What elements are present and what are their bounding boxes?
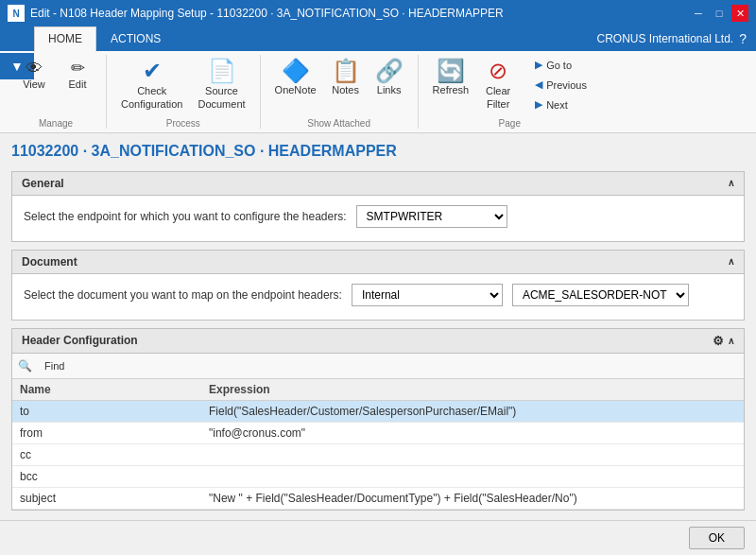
window-title: Edit - N108 Header Mapping Setup - 11032… xyxy=(30,7,504,20)
goto-button[interactable]: ▶ Go to xyxy=(528,55,593,75)
row-expression: "info@cronus.com" xyxy=(201,422,744,443)
ribbon: ▼ HOME ACTIONS CRONUS International Ltd.… xyxy=(0,26,756,133)
find-button[interactable]: Find xyxy=(40,357,69,374)
table-find-icon: 🔍 xyxy=(18,359,32,373)
app-logo: N xyxy=(8,5,25,22)
ribbon-group-attached: 🔷 OneNote 📋 Notes 🔗 Links Show Attached xyxy=(261,55,419,129)
tab-actions[interactable]: ACTIONS xyxy=(96,26,175,51)
goto-icon: ▶ xyxy=(535,59,542,71)
col-expression: Expression xyxy=(201,379,744,401)
next-icon: ▶ xyxy=(535,98,542,111)
row-expression: "New " + Field("SalesHeader/DocumentType… xyxy=(201,487,744,509)
header-config-toolbar: 🔍 Find xyxy=(12,354,744,379)
header-config-table: Name Expression to Field("SalesHeader/Cu… xyxy=(12,379,744,510)
brand-label: CRONUS International Ltd. xyxy=(596,32,733,45)
row-name: subject xyxy=(12,487,201,509)
view-button[interactable]: 👁 View xyxy=(13,55,55,95)
document-name-select[interactable]: ACME_SALESORDER-NOT xyxy=(512,284,689,306)
general-section: General ∧ Select the endpoint for which … xyxy=(11,171,745,242)
onenote-button[interactable]: 🔷 OneNote xyxy=(268,55,323,100)
general-chevron-icon: ∧ xyxy=(728,178,734,188)
notes-icon: 📋 xyxy=(332,60,360,82)
links-button[interactable]: 🔗 Links xyxy=(369,55,410,100)
record-title: 11032200 · 3A_NOTIFICATION_SO · HEADERMA… xyxy=(11,141,745,162)
tab-home[interactable]: HOME xyxy=(34,26,96,52)
previous-icon: ◀ xyxy=(535,78,542,91)
close-button[interactable]: ✕ xyxy=(731,5,748,22)
page-group-label: Page xyxy=(426,116,593,129)
minimize-button[interactable]: ─ xyxy=(690,5,707,22)
endpoint-field-row: Select the endpoint for which you want t… xyxy=(24,205,732,228)
maximize-button[interactable]: □ xyxy=(711,5,728,22)
table-row[interactable]: cc xyxy=(12,443,744,465)
row-name: bcc xyxy=(12,465,201,487)
check-config-icon: ✔ xyxy=(143,60,162,82)
notes-button[interactable]: 📋 Notes xyxy=(325,55,367,100)
row-expression: Field("SalesHeader/Customer/SalespersonP… xyxy=(201,400,744,422)
general-section-header[interactable]: General ∧ xyxy=(12,172,744,196)
clear-filter-icon: ⊘ xyxy=(489,60,507,82)
edit-button[interactable]: ✏ Edit xyxy=(57,55,98,95)
document-chevron-icon: ∧ xyxy=(728,256,734,267)
document-type-select[interactable]: Internal xyxy=(352,284,503,306)
document-section: Document ∧ Select the document you want … xyxy=(11,250,745,321)
header-config-section: Header Configuration ⚙ ∧ 🔍 Find Name Exp… xyxy=(11,328,745,511)
col-name: Name xyxy=(12,379,201,401)
ribbon-group-page: 🔄 Refresh ⊘ ClearFilter ▶ Go to ◀ Previo… xyxy=(419,55,601,129)
document-field-row: Select the document you want to map on t… xyxy=(24,284,732,306)
source-doc-button[interactable]: 📄 SourceDocument xyxy=(191,55,251,116)
clear-filter-button[interactable]: ⊘ ClearFilter xyxy=(477,55,519,116)
source-doc-icon: 📄 xyxy=(208,60,236,82)
row-expression xyxy=(201,443,744,465)
next-button[interactable]: ▶ Next xyxy=(528,95,593,114)
gear-icon[interactable]: ⚙ xyxy=(713,334,724,348)
refresh-button[interactable]: 🔄 Refresh xyxy=(426,55,476,100)
document-section-body: Select the document you want to map on t… xyxy=(12,274,744,320)
view-icon: 👁 xyxy=(26,60,43,77)
manage-group-label: Manage xyxy=(13,116,98,129)
previous-button[interactable]: ◀ Previous xyxy=(528,75,593,95)
links-icon: 🔗 xyxy=(375,60,404,82)
row-expression xyxy=(201,465,744,487)
title-bar: N Edit - N108 Header Mapping Setup - 110… xyxy=(0,0,756,26)
table-row[interactable]: to Field("SalesHeader/Customer/Salespers… xyxy=(12,400,744,422)
document-label: Select the document you want to map on t… xyxy=(24,288,342,302)
check-config-button[interactable]: ✔ CheckConfiguration xyxy=(114,55,189,116)
document-section-header[interactable]: Document ∧ xyxy=(12,251,744,274)
ribbon-tabs-bar: ▼ HOME ACTIONS CRONUS International Ltd.… xyxy=(0,26,756,51)
content-area: 11032200 · 3A_NOTIFICATION_SO · HEADERMA… xyxy=(0,133,756,543)
ok-button[interactable]: OK xyxy=(689,527,745,549)
page-nav: ▶ Go to ◀ Previous ▶ Next xyxy=(528,55,593,114)
edit-icon: ✏ xyxy=(71,60,85,77)
row-name: to xyxy=(12,400,201,422)
general-section-body: Select the endpoint for which you want t… xyxy=(12,196,744,241)
onenote-icon: 🔷 xyxy=(282,60,310,82)
ribbon-content: 👁 View ✏ Edit Manage ✔ CheckConfiguratio… xyxy=(0,51,756,132)
endpoint-select[interactable]: SMTPWRITER xyxy=(356,205,507,228)
refresh-icon: 🔄 xyxy=(437,60,465,82)
attached-group-label: Show Attached xyxy=(268,116,410,129)
header-config-chevron-icon: ∧ xyxy=(728,336,734,346)
endpoint-label: Select the endpoint for which you want t… xyxy=(24,210,347,223)
process-group-label: Process xyxy=(114,116,252,129)
ribbon-group-manage: 👁 View ✏ Edit Manage xyxy=(6,55,107,129)
table-row[interactable]: bcc xyxy=(12,465,744,487)
footer: OK xyxy=(0,520,756,555)
header-config-table-container: Name Expression to Field("SalesHeader/Cu… xyxy=(12,379,744,510)
row-name: from xyxy=(12,422,201,443)
header-config-section-header[interactable]: Header Configuration ⚙ ∧ xyxy=(12,329,744,354)
table-row[interactable]: subject "New " + Field("SalesHeader/Docu… xyxy=(12,487,744,509)
help-icon[interactable]: ? xyxy=(739,31,747,46)
ribbon-group-process: ✔ CheckConfiguration 📄 SourceDocument Pr… xyxy=(107,55,261,129)
table-row[interactable]: from "info@cronus.com" xyxy=(12,422,744,443)
row-name: cc xyxy=(12,443,201,465)
